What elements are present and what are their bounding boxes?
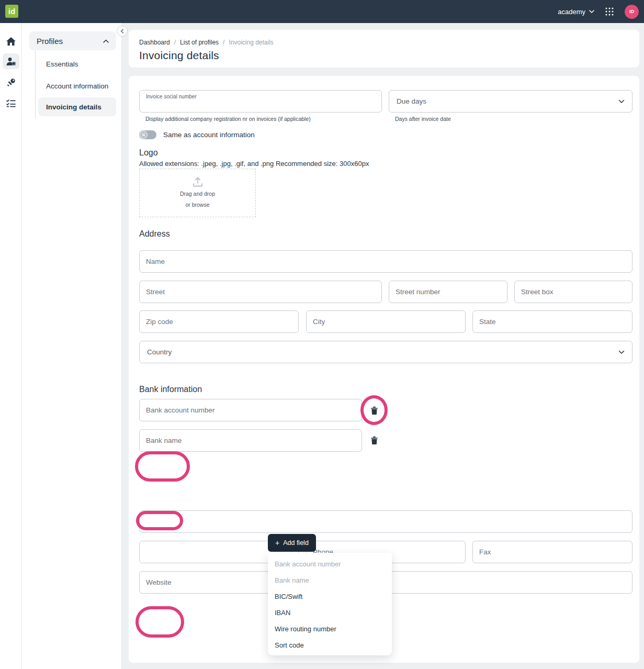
- sidebar-item-invoicing-details[interactable]: Invoicing details: [38, 97, 116, 116]
- account-label: academy: [558, 8, 585, 16]
- add-field-button[interactable]: + Add field: [268, 534, 316, 552]
- country-label: Country: [147, 348, 172, 356]
- chevron-down-icon: [618, 350, 625, 354]
- rail-item-keys[interactable]: [3, 74, 19, 90]
- toggle-off-x-icon: [140, 131, 148, 139]
- menu-item-sort-code[interactable]: Sort code: [268, 637, 392, 653]
- breadcrumb-list-of-profiles[interactable]: List of profiles: [180, 39, 219, 46]
- app-grid-icon[interactable]: [605, 7, 614, 16]
- key-icon: [7, 78, 16, 87]
- sidebar-item-account-information[interactable]: Account information: [38, 76, 116, 95]
- invoicing-form-card: Invoice social number Display additional…: [129, 76, 639, 663]
- logo-section-heading: Logo: [139, 148, 158, 158]
- delete-bank-name-button[interactable]: [368, 434, 380, 447]
- icon-rail: [0, 23, 22, 669]
- menu-item-bank-account-number: Bank account number: [268, 556, 392, 572]
- sidebar-collapse-button[interactable]: [117, 26, 128, 37]
- zip-code-input[interactable]: [139, 310, 299, 333]
- sidebar-item-essentials[interactable]: Essentials: [38, 54, 116, 73]
- breadcrumb-current: Invoicing details: [229, 39, 273, 46]
- dropzone-line1: Drag and drop: [180, 189, 215, 198]
- address-section-heading: Address: [139, 229, 170, 239]
- same-as-account-row: Same as account information: [139, 130, 255, 139]
- chevron-down-icon: [618, 99, 625, 104]
- breadcrumb-separator: /: [174, 39, 176, 46]
- city-input[interactable]: [306, 310, 466, 333]
- bank-name-input[interactable]: [139, 429, 362, 452]
- sidebar-indent-line: [35, 50, 36, 118]
- add-field-label: Add field: [283, 539, 309, 547]
- due-days-helper: Days after invoice date: [395, 116, 451, 122]
- contact-input-1[interactable]: [139, 510, 632, 533]
- breadcrumb: Dashboard / List of profiles / Invoicing…: [139, 39, 629, 46]
- invoice-social-number-label: Invoice social number: [146, 94, 197, 99]
- logo-extensions-note: Allowed extensions: .jpeg, .jpg, .gif, a…: [139, 160, 369, 168]
- fax-input[interactable]: [472, 541, 632, 563]
- breadcrumb-separator: /: [223, 39, 224, 46]
- rail-item-home[interactable]: [3, 34, 19, 49]
- street-box-input[interactable]: [514, 281, 632, 303]
- menu-item-iban[interactable]: IBAN: [268, 605, 392, 621]
- rail-item-checklist[interactable]: [3, 95, 19, 111]
- state-input[interactable]: [472, 310, 632, 333]
- name-input[interactable]: [139, 250, 632, 273]
- topbar-right: academy ID: [558, 0, 639, 23]
- rail-item-users[interactable]: [3, 53, 19, 69]
- app-screen: id academy ID: [0, 0, 644, 669]
- street-number-input[interactable]: [389, 281, 507, 303]
- delete-bank-account-number-button[interactable]: [368, 404, 380, 417]
- add-field-dropdown-menu: Bank account number Bank name BIC/Swift …: [268, 553, 392, 655]
- top-bar: id academy ID: [0, 0, 644, 23]
- bank-account-number-input[interactable]: [139, 399, 362, 421]
- checklist-icon: [6, 99, 16, 107]
- same-as-account-label: Same as account information: [163, 131, 255, 139]
- menu-item-bank-name: Bank name: [268, 572, 392, 588]
- breadcrumb-dashboard[interactable]: Dashboard: [139, 39, 170, 46]
- plus-icon: +: [275, 539, 279, 547]
- same-as-account-toggle[interactable]: [139, 130, 156, 139]
- country-select[interactable]: Country: [139, 341, 632, 363]
- user-settings-icon: [6, 57, 16, 66]
- invoice-social-number-field[interactable]: Invoice social number: [139, 90, 382, 113]
- sidebar-group-label: Profiles: [37, 37, 63, 46]
- app-logo[interactable]: id: [5, 5, 18, 18]
- street-input[interactable]: [139, 281, 382, 303]
- upload-icon: [192, 177, 204, 187]
- page-title: Invoicing details: [139, 49, 629, 62]
- invoice-social-number-helper: Display additional company registration …: [145, 116, 311, 122]
- chevron-up-icon: [103, 39, 109, 43]
- user-avatar[interactable]: ID: [625, 5, 639, 19]
- due-days-select[interactable]: Due days: [389, 90, 632, 113]
- dropzone-line2: or browse: [185, 200, 209, 209]
- logo-dropzone[interactable]: Drag and drop or browse: [139, 169, 256, 217]
- secondary-sidebar: Profiles Essentials Account information …: [22, 23, 122, 669]
- menu-item-wire-routing-number[interactable]: Wire routing number: [268, 621, 392, 637]
- menu-item-bic-swift[interactable]: BIC/Swift: [268, 588, 392, 605]
- page-header-card: Dashboard / List of profiles / Invoicing…: [129, 30, 639, 68]
- sidebar-group-profiles[interactable]: Profiles: [29, 31, 116, 50]
- account-dropdown[interactable]: academy: [558, 8, 594, 16]
- chevron-left-icon: [120, 29, 124, 34]
- home-icon: [6, 37, 16, 46]
- bank-section-heading: Bank information: [139, 385, 202, 394]
- due-days-label: Due days: [397, 97, 426, 105]
- chevron-down-icon: [589, 10, 594, 13]
